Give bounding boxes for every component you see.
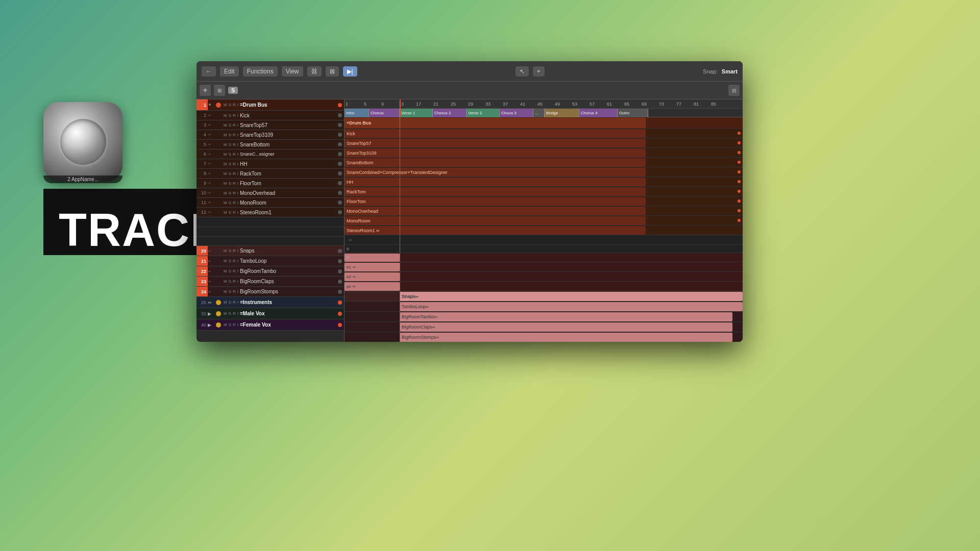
section-verse1[interactable]: Verse 1 [400, 109, 433, 117]
track-row[interactable]: 5 ⇒ MSRI SnareBottom [197, 140, 344, 149]
toolbar-row2: + ⊞ S ⊟ [197, 82, 743, 99]
edit-menu[interactable]: Edit [220, 66, 239, 77]
functions-menu[interactable]: Functions [243, 66, 278, 77]
section-intro[interactable]: Intro [345, 109, 369, 117]
record-button[interactable]: R [232, 103, 236, 107]
region-row-racktom: RackTom [345, 187, 743, 196]
solo-button[interactable]: S [228, 113, 232, 118]
track-end-indicator [338, 103, 342, 107]
catch-button[interactable]: ▶| [343, 66, 357, 77]
region-stereoroom[interactable]: StereoRoom1 ∞ [345, 226, 646, 235]
mute-button[interactable]: M [223, 123, 228, 128]
region-snarec[interactable]: SnareCombined+Compressor+TransientDesign… [345, 168, 646, 177]
region-floortom[interactable]: FloorTom [345, 197, 646, 206]
section-chorus2[interactable]: Chorus 2 [433, 109, 467, 117]
track-row[interactable]: 20 ⇒ MSRI Snaps [197, 246, 344, 256]
track-number: 24 [197, 287, 208, 296]
region-row-sep1: ∞ [345, 235, 743, 245]
track-separator [197, 237, 344, 246]
track-row[interactable]: 21 ⇒ MSRI TamboLoop [197, 256, 344, 266]
track-row[interactable]: 24 ⇒ MSRI BigRoomStomps [197, 287, 344, 297]
settings-button[interactable]: ⊟ [728, 85, 740, 96]
track-name: =Instruments [240, 299, 338, 305]
solo-button[interactable]: S [228, 123, 232, 128]
region-bigroom-tambo[interactable]: BigRoomTambo ∞ [400, 312, 732, 321]
input-button[interactable]: I [237, 113, 239, 118]
track-row[interactable]: 40 ▶ MSRI =Female Vox [197, 319, 344, 331]
region-drum-bus[interactable]: =Drum Bus [345, 118, 646, 128]
input-button[interactable]: I [237, 103, 239, 107]
track-row[interactable]: 7 ⇒ MSRI HH [197, 159, 344, 169]
region-row-e2: e2∞ [345, 272, 743, 282]
record-button[interactable]: R [232, 123, 236, 128]
section-bridge[interactable]: Bridge [545, 109, 579, 117]
track-row[interactable]: 8 ⇒ MSRI RackTom [197, 169, 344, 179]
track-name: BigRoomTambo [240, 268, 338, 274]
track-expand-icon[interactable]: ▼ [208, 103, 215, 107]
region-tambo[interactable]: TamboLoop ∞ [400, 302, 743, 311]
region-row-pink-partial [345, 253, 743, 262]
track-row[interactable]: 11 ⇒ MSRI MonoRoom [197, 198, 344, 208]
section-verse2[interactable]: Verse 2 [467, 109, 500, 117]
grid-button[interactable]: ⊞ [214, 85, 225, 96]
track-row[interactable]: 23 ⇒ MSRI BigRoomClaps [197, 277, 344, 287]
add-tool[interactable]: + [533, 66, 545, 77]
region-monooverhead[interactable]: MonoOverhead [345, 207, 646, 215]
region-snaps[interactable]: Snaps ∞ [400, 292, 743, 301]
link-button[interactable]: ⛓ [307, 66, 322, 77]
add-track-button[interactable]: + [200, 85, 211, 96]
region-row-snare-bottom: SnareBottom [345, 158, 743, 167]
region-row-stereoroom: StereoRoom1 ∞ [345, 226, 743, 235]
track-name: SnareC...esigner [240, 152, 338, 157]
region-row-snaps: Snaps ∞ [345, 291, 743, 302]
back-button[interactable]: ← [202, 66, 216, 77]
mute-button[interactable]: M [223, 113, 228, 118]
section-outro[interactable]: Outro [618, 109, 648, 117]
track-number: 21 [197, 256, 208, 266]
region-monoroom[interactable]: MonoRoom [345, 216, 646, 225]
region-snare57[interactable]: SnareTop57 [345, 139, 646, 147]
track-row[interactable]: 6 ⇒ MSRI SnareC...esigner [197, 149, 344, 159]
track-row[interactable]: 10 ⇒ MSRI MonoOverhead [197, 188, 344, 198]
track-row[interactable]: 3 ⇒ MSRI SnareTop57 [197, 120, 344, 130]
region-row-e1: e1∞ [345, 262, 743, 272]
track-row[interactable]: 2 ⇒ M S R I Kick [197, 111, 344, 120]
regions-container: =Drum Bus Kick SnareTop57 Snare [345, 117, 743, 342]
region-row-monoroom: MonoRoom [345, 216, 743, 226]
track-row[interactable]: 1 ▼ M S R I =Drum Bus [197, 99, 344, 111]
track-list: 1 ▼ M S R I =Drum Bus 2 ⇒ M S [197, 99, 345, 342]
mute-button[interactable]: M [223, 103, 228, 107]
region-kick[interactable]: Kick [345, 129, 646, 138]
section-chorus4[interactable]: Chorus 4 [579, 109, 618, 117]
section-chorus[interactable]: Chorus [369, 109, 400, 117]
track-row[interactable]: 4 ⇒ MSRI SnareTop3109 [197, 130, 344, 140]
view-menu[interactable]: View [282, 66, 303, 77]
track-row[interactable]: 25 ⇔ MSRI =Instruments [197, 297, 344, 308]
region-row-monooverhead: MonoOverhead [345, 206, 743, 216]
region-racktom[interactable]: RackTom [345, 187, 646, 196]
track-number: 22 [197, 266, 208, 276]
track-row[interactable]: 22 ⇒ MSRI BigRoomTambo [197, 266, 344, 277]
region-row-kick: Kick [345, 129, 743, 138]
region-bigroom-stomps[interactable]: BigRoomStomps ∞ [400, 333, 732, 342]
region-snare-bottom[interactable]: SnareBottom [345, 158, 646, 167]
section-dots[interactable]: ... [533, 109, 545, 117]
input-button[interactable]: I [237, 123, 239, 128]
track-name: RackTom [240, 171, 338, 177]
region-row-bigroom-stomps: BigRoomStomps ∞ [345, 332, 743, 342]
track-row[interactable]: 32 ▶ MSRI =Male Vox [197, 308, 344, 319]
region-row-drum-bus: =Drum Bus [345, 117, 743, 129]
region-bigroom-claps[interactable]: BigRoomClaps ∞ [400, 322, 732, 332]
region-snare3109[interactable]: SnareTop3109 [345, 148, 646, 157]
track-name: =Female Vox [240, 322, 338, 328]
track-row[interactable]: 12 ⇒ MSRI StereoRoom1 [197, 208, 344, 217]
record-button[interactable]: R [232, 113, 236, 118]
solo-button[interactable]: S [228, 103, 232, 107]
region-end-marker [738, 132, 741, 135]
pointer-tool[interactable]: ↖ [516, 66, 529, 77]
region-hh[interactable]: HH [345, 178, 646, 186]
bounce-button[interactable]: ⊠ [326, 66, 339, 77]
track-color-dot [216, 103, 221, 108]
track-row[interactable]: 9 ⇒ MSRI FloorTom [197, 179, 344, 188]
section-chorus3[interactable]: Chous 3 [500, 109, 533, 117]
